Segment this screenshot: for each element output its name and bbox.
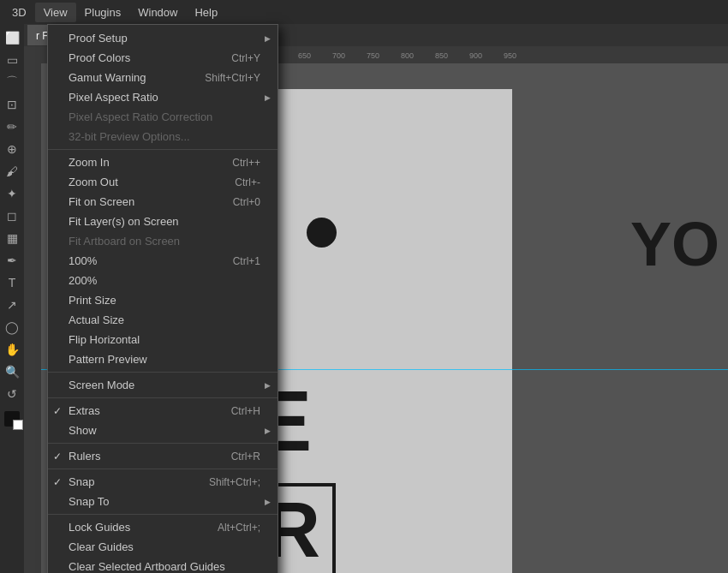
tool-marquee[interactable]: ▭	[2, 50, 22, 70]
tool-selection[interactable]: ⬜	[2, 27, 22, 48]
menu-item-gamut-warning[interactable]: Gamut Warning Shift+Ctrl+Y	[48, 68, 277, 87]
tool-eyedropper[interactable]: ✏	[2, 116, 22, 137]
menu-item-proof-colors[interactable]: Proof Colors Ctrl+Y	[48, 48, 277, 68]
menu-item-clear-selected-artboard-guides[interactable]: Clear Selected Artboard Guides	[48, 557, 277, 573]
tool-type[interactable]: T	[2, 272, 22, 293]
divider-1	[48, 149, 277, 150]
ruler-mark: 650	[298, 51, 311, 60]
menu-item-fit-screen[interactable]: Fit on Screen Ctrl+0	[48, 192, 277, 212]
menubar-window[interactable]: Window	[129, 3, 186, 22]
menu-item-zoom-out[interactable]: Zoom Out Ctrl+-	[48, 172, 277, 192]
ruler-mark: 700	[332, 51, 345, 60]
menu-item-pattern-preview[interactable]: Pattern Preview	[48, 349, 277, 369]
menu-item-clear-guides[interactable]: Clear Guides	[48, 537, 277, 557]
tool-pen[interactable]: ✒	[2, 250, 22, 271]
tool-lasso[interactable]: ⌒	[2, 72, 22, 93]
menubar-help[interactable]: Help	[186, 3, 226, 22]
tool-shape[interactable]: ◯	[2, 317, 22, 337]
menubar: 3D View Plugins Window Help	[0, 0, 728, 24]
ruler-mark: 900	[469, 51, 482, 60]
menu-item-show[interactable]: Show	[48, 421, 277, 440]
tool-crop[interactable]: ⊡	[2, 94, 22, 115]
tool-healing[interactable]: ⊕	[2, 139, 22, 159]
ruler-vertical	[24, 46, 41, 573]
menubar-view[interactable]: View	[35, 3, 76, 22]
ruler-mark: 750	[367, 51, 379, 60]
tool-rotate[interactable]: ↺	[2, 384, 22, 404]
menu-item-fit-layer[interactable]: Fit Layer(s) on Screen	[48, 212, 277, 231]
tool-hand[interactable]: ✋	[2, 339, 22, 360]
menu-item-lock-guides[interactable]: Lock Guides Alt+Ctrl+;	[48, 517, 277, 537]
ruler-mark: 850	[435, 51, 448, 60]
menu-item-snap[interactable]: Snap Shift+Ctrl+;	[48, 472, 277, 492]
menu-item-zoom-in[interactable]: Zoom In Ctrl++	[48, 152, 277, 172]
tool-gradient[interactable]: ▦	[2, 228, 22, 248]
divider-6	[48, 514, 277, 515]
menu-item-pixel-aspect-ratio-correction: Pixel Aspect Ratio Correction	[48, 107, 277, 127]
divider-4	[48, 443, 277, 444]
menu-item-200pct[interactable]: 200%	[48, 271, 277, 290]
menu-item-32bit-preview: 32-bit Preview Options...	[48, 127, 277, 146]
menu-item-proof-setup[interactable]: Proof Setup	[48, 28, 277, 48]
tool-clone[interactable]: ✦	[2, 183, 22, 204]
ruler-mark: 950	[504, 51, 516, 60]
canvas-circle-element	[307, 218, 337, 248]
menu-item-print-size[interactable]: Print Size	[48, 290, 277, 310]
menu-item-actual-size[interactable]: Actual Size	[48, 310, 277, 330]
divider-5	[48, 469, 277, 469]
menubar-plugins[interactable]: Plugins	[76, 3, 130, 22]
canvas-yo-text: YO	[630, 209, 719, 279]
view-dropdown-menu: Proof Setup Proof Colors Ctrl+Y Gamut Wa…	[47, 24, 278, 573]
menu-item-extras[interactable]: Extras Ctrl+H	[48, 401, 277, 421]
menu-item-screen-mode[interactable]: Screen Mode	[48, 375, 277, 395]
divider-2	[48, 372, 277, 373]
divider-3	[48, 397, 277, 398]
toolbar-left: ⬜ ▭ ⌒ ⊡ ✏ ⊕ 🖌 ✦ ◻ ▦ ✒ T ↗ ◯ ✋ 🔍 ↺	[0, 24, 24, 573]
menu-item-flip-horizontal[interactable]: Flip Horizontal	[48, 330, 277, 349]
tool-zoom[interactable]: 🔍	[2, 361, 22, 382]
menubar-3d[interactable]: 3D	[3, 3, 35, 22]
tool-color-fg[interactable]	[4, 411, 20, 427]
menu-item-snap-to[interactable]: Snap To	[48, 492, 277, 511]
tool-eraser[interactable]: ◻	[2, 206, 22, 226]
tool-brush[interactable]: 🖌	[2, 161, 22, 182]
menu-item-fit-artboard: Fit Artboard on Screen	[48, 231, 277, 251]
menu-item-100pct[interactable]: 100% Ctrl+1	[48, 251, 277, 271]
menu-item-rulers[interactable]: Rulers Ctrl+R	[48, 446, 277, 466]
tool-path-selection[interactable]: ↗	[2, 295, 22, 315]
menu-item-pixel-aspect-ratio[interactable]: Pixel Aspect Ratio	[48, 87, 277, 107]
ruler-mark: 800	[401, 51, 414, 60]
